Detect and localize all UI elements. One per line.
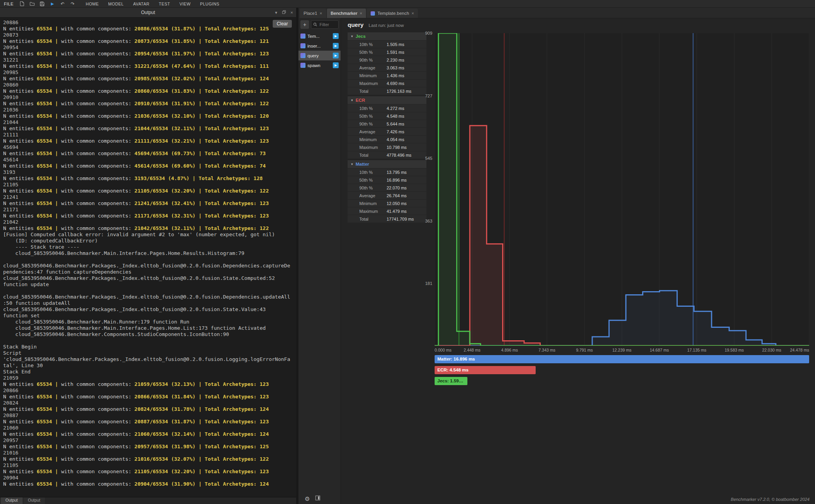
save-icon[interactable] [39, 1, 45, 7]
stat-label: Average [348, 65, 387, 70]
stat-row: Minimum1.436 ms [348, 72, 426, 79]
console-line: 20886 [3, 19, 293, 26]
console-line: N entities 65534 | with common component… [3, 76, 293, 82]
stats-section-matter: ▾Matter10th %13.795 ms50th %16.896 ms90t… [348, 160, 426, 223]
benchmark-item-inser[interactable]: inser...▶ [298, 41, 341, 51]
run-benchmark-button[interactable]: ▶ [333, 53, 339, 58]
console-line: [Fusion] Computed callback error: invali… [3, 232, 293, 238]
stat-label: Minimum [348, 137, 387, 142]
bench-file-icon [300, 43, 305, 48]
console-line: N entities 65534 | with common component… [3, 469, 293, 475]
run-benchmark-button[interactable]: ▶ [333, 33, 339, 39]
stat-row: Average26.764 ms [348, 192, 426, 199]
docked-tab-output-1[interactable]: Output [23, 497, 45, 504]
console-line: Stack Begin [3, 344, 293, 350]
redo-icon[interactable]: ↷ [70, 1, 76, 7]
console-line: N entities 65534 | with common component… [3, 113, 293, 119]
stats-section-header[interactable]: ▾ECR [348, 96, 426, 104]
editor-tab-template-bench[interactable]: Template.bench× [367, 9, 418, 18]
stat-value: 26.764 ms [387, 193, 407, 198]
benchmark-item-query[interactable]: query▶ [298, 51, 341, 60]
console-line: N entities 65534 | with common component… [3, 38, 293, 44]
run-benchmark-button[interactable]: ▶ [333, 62, 339, 68]
console-line: 20985 [3, 69, 293, 76]
console-line: 21171 [3, 207, 293, 213]
stat-value: 1.505 ms [387, 42, 404, 47]
stat-label: 50th % [348, 178, 387, 182]
stats-section-header[interactable]: ▾Matter [348, 160, 426, 168]
console-line: N entities 65534 | with common component… [3, 163, 293, 169]
bench-file-icon [300, 53, 305, 58]
filter-input[interactable] [319, 22, 336, 27]
stat-value: 1.591 ms [387, 50, 404, 55]
console-line: 20873 [3, 32, 293, 38]
editor-tab-bar: Place1×Benchmarker×Template.bench× [298, 8, 815, 18]
x-axis-tick-label: 9.791 ms [576, 348, 593, 352]
console-line [3, 288, 293, 294]
run-benchmark-button[interactable]: ▶ [333, 43, 339, 49]
search-icon [313, 21, 317, 28]
play-icon[interactable]: ▶ [50, 1, 55, 7]
ribbon-tab-view[interactable]: VIEW [179, 2, 191, 6]
x-axis-tick-label: 2.448 ms [463, 348, 480, 352]
benchmark-item-tem[interactable]: Tem...▶ [298, 31, 341, 41]
filter-box[interactable] [311, 20, 339, 29]
legend-bar-ecr: ECR: 4.548 ms [435, 366, 536, 374]
ribbon-tab-home[interactable]: HOME [86, 2, 99, 6]
x-axis-tick-label: 14.687 ms [650, 348, 669, 352]
ribbon-tab-avatar[interactable]: AVATAR [133, 2, 149, 6]
open-file-icon[interactable] [29, 1, 35, 7]
benchmark-item-spawn[interactable]: spawn▶ [298, 60, 341, 70]
console-line: cloud_5853950046.Benchmarker.Components.… [3, 331, 293, 338]
stats-section-header[interactable]: ▾Jecs [348, 32, 426, 40]
console-line: 21044 [3, 119, 293, 126]
stat-row: 50th %4.548 ms [348, 112, 426, 120]
tab-close-icon[interactable]: × [360, 11, 362, 16]
gear-icon[interactable]: ⚙ [305, 496, 310, 502]
add-benchmark-button[interactable]: + [300, 20, 309, 29]
stat-value: 2.230 ms [387, 58, 404, 62]
panel-float-icon[interactable] [282, 10, 286, 15]
ribbon-tab-plugins[interactable]: PLUGINS [200, 2, 220, 6]
stat-value: 1726.163 ms [387, 89, 412, 94]
tab-close-icon[interactable]: × [320, 11, 322, 16]
panel-options-chevron-icon[interactable]: ▾ [275, 11, 277, 15]
dock-toggle-icon[interactable] [315, 495, 320, 502]
console-log[interactable]: 20886N entities 65534 | with common comp… [0, 17, 296, 497]
stats-section-name: ECR [356, 98, 365, 103]
console-line: N entities 65534 | with common component… [3, 150, 293, 157]
console-line: 21036 [3, 107, 293, 113]
stat-row: Maximum4.690 ms [348, 80, 426, 87]
clear-output-button[interactable]: Clear [273, 20, 292, 28]
stat-value: 4.054 ms [387, 137, 404, 142]
console-line: N entities 65534 | with common component… [3, 63, 293, 69]
output-panel: Output ▾ × Clear 20886N entities 65534 |… [0, 8, 297, 497]
stat-value: 41.479 ms [387, 209, 407, 214]
console-line: N entities 65534 | with common component… [3, 26, 293, 32]
stat-value: 22.070 ms [387, 186, 407, 190]
console-line: 21111 [3, 132, 293, 138]
console-line: 21105 [3, 182, 293, 188]
editor-tab-benchmarker[interactable]: Benchmarker× [327, 9, 366, 18]
stat-value: 10.798 ms [387, 145, 407, 150]
console-line: N entities 65534 | with common component… [3, 481, 293, 487]
output-titlebar[interactable]: Output ▾ × [0, 8, 296, 18]
x-axis-tick-label: 17.135 ms [687, 348, 707, 352]
stat-row: Minimum4.054 ms [348, 136, 426, 143]
quick-access-toolbar: ▶ ↶ ↷ [19, 1, 76, 7]
ribbon-tab-model[interactable]: MODEL [108, 2, 124, 6]
console-line: cloud_5853950046.Benchmarker.Packages._I… [3, 294, 293, 300]
editor-tab-place1[interactable]: Place1× [300, 9, 326, 18]
docked-tab-output-0[interactable]: Output [1, 497, 23, 504]
file-menu[interactable]: FILE [4, 2, 14, 6]
stat-value: 7.426 ms [387, 129, 404, 134]
stat-label: 90th % [348, 58, 387, 62]
panel-close-icon[interactable]: × [291, 11, 293, 15]
console-line: Stack End [3, 369, 293, 375]
ribbon-tab-test[interactable]: TEST [159, 2, 170, 6]
new-file-icon[interactable] [19, 1, 25, 7]
tab-close-icon[interactable]: × [412, 11, 414, 16]
stat-label: 10th % [348, 170, 387, 175]
console-line: N entities 65534 | with common component… [3, 200, 293, 207]
undo-icon[interactable]: ↶ [60, 1, 66, 7]
